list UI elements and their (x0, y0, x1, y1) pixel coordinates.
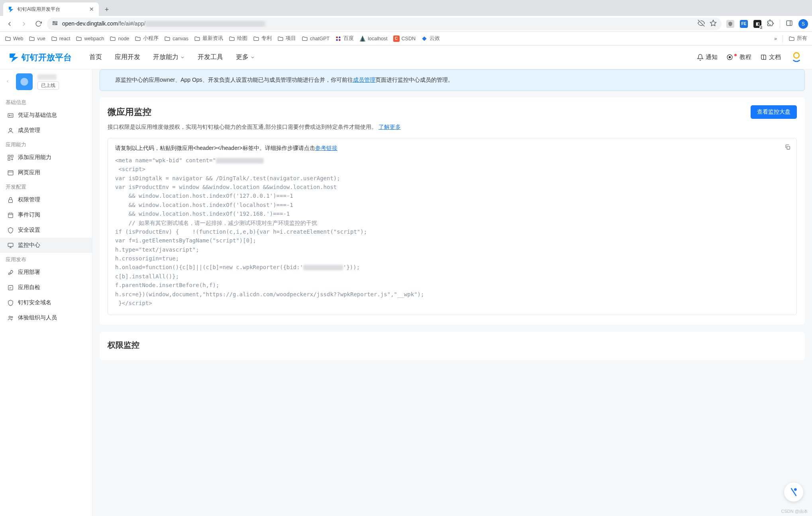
ext-badge-icon[interactable]: ◧2 (753, 20, 761, 28)
sidebar-item-permissions[interactable]: 权限管理 (0, 192, 92, 207)
new-tab-button[interactable]: + (101, 4, 112, 15)
svg-rect-26 (8, 170, 13, 175)
bookmark-绘图[interactable]: 绘图 (229, 35, 247, 42)
svg-point-11 (339, 39, 341, 41)
code-instruction: 请复制以上代码，粘贴到微应用<header></header>标签中。详细操作步… (115, 145, 789, 152)
ext-shield-icon[interactable] (726, 20, 734, 28)
sidebar-item-members[interactable]: 成员管理 (0, 123, 92, 138)
learn-more-link[interactable]: 了解更多 (379, 124, 401, 130)
reference-link[interactable]: 参考链接 (315, 145, 337, 151)
code-box: 请复制以上代码，粘贴到微应用<header></header>标签中。详细操作步… (108, 138, 797, 315)
sidebar-item-selfcheck[interactable]: 应用自检 (0, 280, 92, 295)
sidebar-item-web-app[interactable]: 网页应用 (0, 165, 92, 180)
extensions-puzzle-icon[interactable] (767, 20, 774, 28)
tutorial-link[interactable]: 教程 (726, 53, 751, 61)
bookmark-localhost[interactable]: localhost (359, 35, 387, 42)
nav-links: 首页应用开发开放能力开发工具更多 (89, 53, 255, 61)
svg-point-14 (794, 53, 799, 58)
app-icon (16, 73, 33, 90)
view-dashboard-button[interactable]: 查看监控大盘 (751, 105, 797, 119)
sidebar: 已上线 基础信息凭证与基础信息成员管理应用能力添加应用能力网页应用开发配置权限管… (0, 69, 92, 516)
bookmark-node[interactable]: node (110, 35, 129, 42)
svg-point-17 (9, 115, 10, 116)
bookmark-项目[interactable]: 项目 (277, 35, 296, 42)
svg-point-13 (729, 56, 730, 58)
sidebar-item-events[interactable]: 事件订阅 (0, 207, 92, 223)
forward-button[interactable] (18, 18, 29, 30)
sidebar-item-security[interactable]: 安全设置 (0, 223, 92, 238)
close-tab-icon[interactable]: ✕ (89, 6, 94, 12)
help-fab[interactable] (784, 483, 803, 502)
ext-fe-icon[interactable]: FE (740, 20, 748, 28)
svg-point-3 (56, 24, 56, 24)
sidebar-group-开发配置: 开发配置 (0, 180, 92, 192)
notify-link[interactable]: 通知 (697, 53, 718, 61)
sidebar-item-deploy[interactable]: 应用部署 (0, 265, 92, 280)
brand-logo[interactable]: 钉钉开放平台 (9, 52, 72, 63)
bookmark-react[interactable]: react (51, 35, 71, 42)
svg-point-2 (54, 22, 54, 22)
svg-rect-33 (8, 243, 13, 246)
app-top-nav: 钉钉开放平台 首页应用开发开放能力开发工具更多 通知 教程 文档 (0, 45, 812, 69)
site-settings-icon[interactable] (52, 20, 58, 28)
corp-logo[interactable] (790, 51, 803, 64)
bookmark-vue[interactable]: vue (29, 35, 45, 42)
bookmark-专利[interactable]: 专利 (253, 35, 272, 42)
bookmark-chatGPT[interactable]: chatGPT (302, 35, 330, 42)
svg-point-15 (20, 78, 28, 86)
bookmark-Web[interactable]: Web (5, 35, 23, 42)
svg-rect-16 (8, 113, 13, 117)
content-area: 原监控中心的应用owner、App Ops、开发负责人设置功能已与成员管理功能进… (92, 69, 812, 516)
svg-point-38 (11, 316, 13, 318)
section-title: 权限监控 (108, 340, 797, 351)
reload-button[interactable] (33, 18, 44, 30)
nav-开发工具[interactable]: 开发工具 (198, 53, 223, 61)
sidebar-group-应用能力: 应用能力 (0, 138, 92, 150)
svg-marker-5 (710, 20, 716, 26)
back-chevron-icon[interactable] (6, 78, 11, 86)
sidebar-item-safedomain[interactable]: 钉钉安全域名 (0, 295, 92, 310)
nav-首页[interactable]: 首页 (89, 53, 102, 61)
nav-开放能力[interactable]: 开放能力 (153, 53, 185, 61)
bookmark-webpach[interactable]: webpach (76, 35, 104, 42)
docs-link[interactable]: 文档 (760, 53, 781, 61)
bookmark-小程序[interactable]: 小程序 (135, 35, 159, 42)
code-content[interactable]: <meta name="wpk-bid" content=" <script> … (115, 156, 789, 308)
bookmark-CSDN[interactable]: CCSDN (393, 35, 416, 42)
permissions-monitor-card: 权限监控 (100, 332, 805, 360)
alert-link[interactable]: 成员管理 (353, 77, 375, 83)
sidebar-item-monitor[interactable]: 监控中心 (0, 238, 92, 253)
bookmark-all-folder[interactable]: 所有 (788, 35, 807, 42)
sidebar-item-experience[interactable]: 体验组织与人员 (0, 310, 92, 325)
sidebar-item-credentials[interactable]: 凭证与基础信息 (0, 108, 92, 123)
svg-point-10 (336, 39, 338, 41)
bookmark-最新资讯[interactable]: 最新资讯 (194, 35, 223, 42)
url-text: open-dev.dingtalk.com/fe/ai#/app/ (62, 20, 694, 27)
browser-tab-bar: 钉钉AI应用开发平台 ✕ + (0, 0, 812, 16)
sidebar-item-add-capability[interactable]: 添加应用能力 (0, 150, 92, 165)
nav-应用开发[interactable]: 应用开发 (115, 53, 140, 61)
bookmark-star-icon[interactable] (710, 20, 717, 28)
svg-rect-6 (787, 21, 792, 26)
eye-off-icon[interactable] (698, 20, 705, 28)
bookmarks-bar: Webvuereactwebpachnode小程序canvas最新资讯绘图专利项… (0, 32, 812, 45)
sidebar-group-应用发布: 应用发布 (0, 253, 92, 265)
svg-rect-29 (8, 213, 13, 217)
svg-rect-21 (8, 155, 10, 157)
bookmark-云效[interactable]: 云效 (421, 35, 440, 42)
bookmarks-overflow-icon[interactable]: » (774, 36, 777, 41)
profile-avatar[interactable]: S (798, 19, 808, 29)
browser-tab[interactable]: 钉钉AI应用开发平台 ✕ (3, 2, 99, 16)
side-panel-icon[interactable] (786, 20, 793, 28)
svg-point-37 (9, 316, 10, 317)
extension-icons: FE ◧2 S (725, 19, 808, 29)
address-bar[interactable]: open-dev.dingtalk.com/fe/ai#/app/ (47, 18, 722, 30)
bookmark-百度[interactable]: 百度 (335, 35, 354, 42)
sidebar-header: 已上线 (0, 69, 92, 96)
bookmark-canvas[interactable]: canvas (164, 35, 188, 42)
back-button[interactable] (4, 18, 15, 30)
svg-rect-28 (9, 199, 13, 202)
nav-更多[interactable]: 更多 (236, 53, 255, 61)
svg-point-8 (336, 36, 338, 38)
copy-code-icon[interactable] (785, 144, 791, 152)
